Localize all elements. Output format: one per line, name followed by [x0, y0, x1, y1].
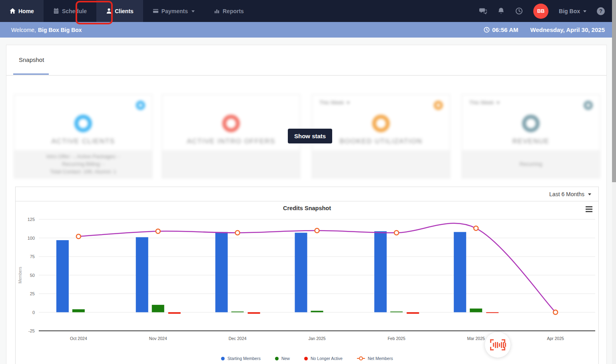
nav-menu: Home Schedule Clients Payments Reports: [0, 0, 253, 22]
tab-snapshot[interactable]: Snapshot: [19, 56, 44, 63]
line-marker: [235, 231, 240, 235]
legend-label: No Longer Active: [311, 356, 343, 361]
legend-item-3[interactable]: Net Members: [357, 356, 393, 361]
y-tick-label: -25: [28, 328, 35, 333]
avatar[interactable]: BB: [533, 4, 548, 19]
donut-chart-icon: [222, 115, 240, 132]
bar: [407, 312, 419, 314]
scan-barcode-button[interactable]: [485, 332, 510, 358]
bar: [470, 308, 482, 312]
card-filter-label: This Week: [469, 99, 494, 105]
legend-label: Starting Members: [227, 356, 261, 361]
nav-item-reports[interactable]: Reports: [204, 0, 253, 22]
stat-card-top: ACTIVE CLIENTS: [14, 95, 152, 150]
nav-item-label: Home: [18, 8, 34, 14]
donut-chart-icon: [74, 115, 92, 132]
legend-label: Net Members: [368, 356, 393, 361]
barcode-scan-icon: [490, 339, 505, 350]
x-tick-label: Dec 2024: [229, 336, 247, 341]
line-marker: [553, 310, 558, 314]
clock-icon: [484, 27, 490, 33]
chart-legend: Starting MembersNewNo Longer ActiveNet M…: [16, 352, 598, 364]
bar: [311, 311, 323, 312]
chevron-down-icon: [583, 10, 586, 12]
page-scrollbar[interactable]: [612, 0, 616, 364]
line-marker: [156, 229, 160, 233]
stat-card-footer: [312, 150, 450, 178]
legend-item-2[interactable]: No Longer Active: [304, 356, 343, 361]
chart-title-row: Credits Snapshot: [16, 201, 598, 215]
legend-item-1[interactable]: New: [275, 356, 290, 361]
line-marker-icon: [357, 356, 365, 360]
x-tick-label: Apr 2025: [547, 336, 564, 341]
chevron-down-icon: [347, 102, 350, 104]
show-stats-button[interactable]: Show stats: [288, 129, 332, 143]
bar: [72, 309, 85, 312]
chart-title: Credits Snapshot: [283, 205, 331, 211]
legend-item-0[interactable]: Starting Members: [221, 356, 261, 361]
bar: [168, 312, 181, 314]
bell-icon[interactable]: [497, 7, 505, 15]
bar: [248, 312, 260, 314]
calendar-icon: [53, 8, 59, 14]
clock-icon[interactable]: [515, 7, 523, 15]
line-marker: [474, 226, 478, 231]
card-filter-dropdown[interactable]: This Week: [319, 99, 350, 105]
bar-series-1: [72, 305, 482, 312]
bar-series-2: [168, 312, 498, 314]
footer-line: Intro Offer: -, Active Packages: -: [46, 153, 120, 160]
line-marker: [76, 234, 81, 239]
credits-snapshot-chart: 1251007550250-25MembersOct 2024Nov 2024D…: [16, 215, 598, 351]
bar: [231, 312, 244, 312]
nav-utilities: BB Big Box ?: [479, 0, 616, 22]
y-tick-label: 25: [30, 291, 35, 296]
card-filter-dropdown[interactable]: This Week: [469, 99, 500, 105]
nav-item-schedule[interactable]: Schedule: [44, 0, 96, 22]
welcome-greeting: Welcome,: [11, 27, 36, 33]
legend-dot-icon: [221, 357, 225, 360]
bar: [374, 231, 387, 312]
line-marker: [315, 228, 319, 233]
bar: [152, 305, 164, 312]
home-icon: [10, 8, 16, 14]
stat-card-booked-utilization[interactable]: This Week BOOKED UTILIZATION: [312, 94, 450, 178]
credits-snapshot-panel: Last 6 Months Credits Snapshot 125100755…: [15, 187, 599, 364]
welcome-datetime: 06:56 AM Wednesday, April 30, 2025: [484, 26, 605, 33]
footer-line: Recurring: [520, 160, 542, 168]
chart-range-dropdown[interactable]: Last 6 Months: [549, 191, 591, 197]
stat-card-top: This Week BOOKED UTILIZATION: [312, 95, 450, 150]
chart-menu-icon[interactable]: [586, 206, 592, 213]
legend-label: New: [281, 356, 290, 361]
donut-chart-icon: [522, 115, 540, 132]
chat-icon[interactable]: [479, 7, 487, 15]
x-tick-label: Mar 2025: [467, 336, 485, 341]
y-tick-label: 0: [32, 310, 35, 315]
nav-item-label: Schedule: [62, 8, 87, 14]
stat-card-active-clients[interactable]: ACTIVE CLIENTS Intro Offer: -, Active Pa…: [14, 94, 152, 178]
scrollbar-thumb[interactable]: [612, 0, 616, 182]
nav-item-payments[interactable]: Payments: [143, 0, 204, 22]
bar: [486, 312, 498, 313]
nav-item-clients[interactable]: Clients: [96, 0, 143, 22]
bar: [295, 233, 307, 312]
chart-header: Last 6 Months: [16, 187, 598, 201]
donut-badge-icon: [434, 101, 443, 110]
bar-series-0: [56, 231, 466, 312]
legend-dot-icon: [275, 357, 279, 360]
footer-line: Recurring Billing: -: [62, 160, 104, 168]
footer-line: Total Contact: 199, Alumni: 1: [50, 168, 116, 175]
account-menu[interactable]: Big Box: [559, 8, 586, 14]
current-time: 06:56 AM: [484, 26, 518, 33]
stat-card-top: This Week REVENUE: [462, 95, 600, 150]
stat-card-active-intro-offers[interactable]: ACTIVE INTRO OFFERS: [162, 94, 300, 178]
nav-item-home[interactable]: Home: [0, 0, 44, 22]
legend-dot-icon: [304, 357, 308, 360]
stat-card-top: ACTIVE INTRO OFFERS: [162, 95, 300, 150]
tab-active-underline: [13, 74, 49, 75]
donut-badge-icon: [584, 101, 593, 110]
stat-card-title: ACTIVE CLIENTS: [52, 137, 115, 145]
stat-card-revenue[interactable]: This Week REVENUE Recurring: [462, 94, 600, 178]
y-axis-label: Members: [18, 267, 22, 284]
x-tick-label: Nov 2024: [149, 336, 167, 341]
help-icon[interactable]: ?: [597, 7, 605, 15]
